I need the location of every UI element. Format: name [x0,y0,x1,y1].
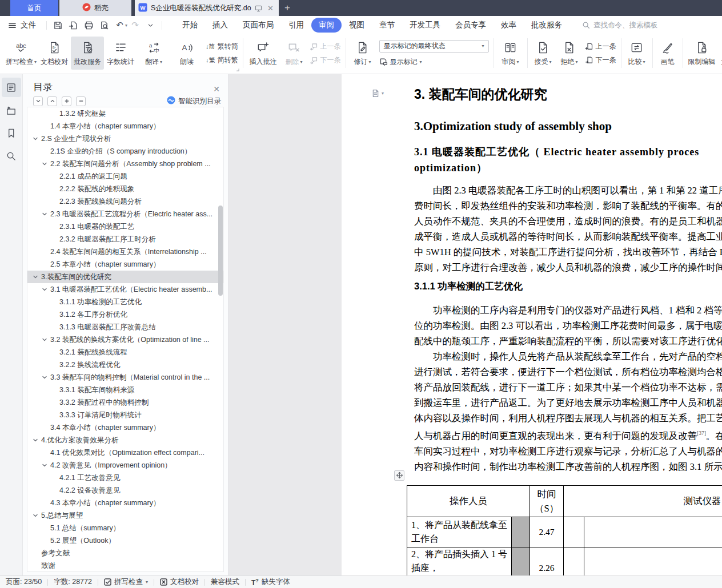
missing-font-button[interactable]: T? 缺失字体 [251,577,290,587]
toc-item[interactable]: 3.2 装配线的换线方案优化（Optimization of line ... [27,333,223,346]
toc-item[interactable]: 1.3.2 研究框架 [27,107,223,120]
toc-item[interactable]: 3.3 装配车间的物料控制（Material control in the ..… [27,371,223,384]
collapse-up-button[interactable] [47,96,57,106]
brush-button[interactable]: 画笔 [655,37,680,70]
bookmark-panel-button[interactable] [2,123,21,143]
export-pdf-button[interactable] [66,18,81,32]
file-menu-button[interactable]: 文件 [5,20,43,30]
statusbar-proofread-button[interactable]: 文档校对 [160,577,199,587]
expand-down-button[interactable] [33,96,43,106]
page-indicator[interactable]: 页面: 23/50 [6,577,42,587]
toc-item[interactable]: 4.3 本章小结（chapter summary） [27,497,223,509]
toc-item[interactable]: 3.2.1 装配线换线流程 [27,346,223,359]
toc-item[interactable]: 4.2.2 设备改善意见 [27,484,223,497]
compare-button[interactable]: 比较▾ [624,37,650,70]
insert-comment-button[interactable]: 插入批注 [246,37,281,70]
redo-button[interactable]: ↷ [127,18,143,32]
menu-tab[interactable]: 效率 [494,18,524,33]
save-button[interactable] [50,18,66,32]
next-change-button[interactable]: 下一条 [585,55,616,65]
new-tab-button[interactable]: + [279,0,296,16]
citation-mark[interactable]: [37] [697,430,706,436]
doc-permission-button[interactable]: 文档权限 [719,37,722,70]
smart-toc-button[interactable]: 智能识别目录 [167,96,221,106]
accept-button[interactable]: 接受▾ [530,37,556,70]
toc-item[interactable]: 3.装配车间的优化研究 [27,271,223,283]
word-count-indicator[interactable]: 字数: 28772 [54,577,92,587]
toc-item[interactable]: 3.2.2 换线流程优化 [27,359,223,371]
menu-tab[interactable]: 章节 [372,18,402,33]
toc-item[interactable]: 2.3.2 电暖器装配工序工时分析 [27,233,223,245]
table-move-handle-icon[interactable] [394,470,404,481]
prev-comment-button[interactable]: 上一条 [310,42,341,51]
statusbar-spellcheck-button[interactable]: 拼写检查▾ [104,577,148,587]
tab-home[interactable]: 首页 [10,0,58,16]
find-panel-button[interactable] [2,146,21,166]
document-page[interactable]: ▾ 3. 装配车间的优化研究 3.Optimization study of a… [342,74,722,575]
menu-tab[interactable]: 开始 [175,18,205,33]
correction-service-button[interactable]: 批改服务 [71,37,104,70]
next-comment-button[interactable]: 下一条 [310,55,341,65]
tab-document[interactable]: W S企业电暖器装配线优化研究.doc ✕ [135,0,279,16]
toc-item[interactable]: 2.2.1 成品的返工问题 [27,170,223,183]
toc-item[interactable]: 4.1 优化效果对比（Optimization effect compari..… [27,446,223,459]
toc-item[interactable]: 5.总结与展望 [27,509,223,522]
toc-item[interactable]: 2.3 电暖器装配工艺流程分析（Electric heater ass... [27,208,223,220]
toc-item[interactable]: 2.2.2 装配线的堆积现象 [27,183,223,195]
toc-item[interactable]: 2.4 装配车间问题的相互关系（Interrelationship ... [27,245,223,258]
menu-tab[interactable]: 会员专享 [448,18,494,33]
close-document-icon[interactable]: ✕ [266,4,275,13]
show-markup-button[interactable]: 显示标记▾ [379,57,489,67]
spellcheck-button[interactable]: abc 拼写检查▾ [5,37,38,70]
simp-to-trad-button[interactable]: ↓繁简转繁 [206,55,238,65]
toc-item[interactable]: 参考文献 [27,547,223,559]
proofread-button[interactable]: a- 文档校对 [38,37,71,70]
toc-item[interactable]: 2.2.3 装配线换线问题分析 [27,195,223,208]
toc-item[interactable]: 3.3.1 装配车间物料来源 [27,384,223,396]
restrict-editing-button[interactable]: 限制编辑 [685,37,719,70]
command-search[interactable]: 查找命令、搜索模板 [582,21,658,30]
menu-tab[interactable]: 页面布局 [235,18,281,33]
toc-item[interactable]: 2.3.1 电暖器的装配工艺 [27,220,223,233]
toc-item[interactable]: 3.3.3 订单清尾时物料统计 [27,409,223,421]
toc-item[interactable]: 2.1S 企业的介绍（S company introduction） [27,145,223,158]
menu-tab[interactable]: 引用 [281,18,311,33]
reject-button[interactable]: 拒绝▾ [556,37,583,70]
menu-tab[interactable]: 批改服务 [524,18,569,33]
track-changes-button[interactable]: 修订▾ [348,37,377,70]
man-machine-chart-table[interactable]: 操作人员 时间（S） 测试仪器 1、将产品从装配线拿至工作台 2.47 2、将产… [407,485,722,576]
expand-all-button[interactable] [62,96,71,106]
collapse-all-button[interactable] [76,96,86,106]
read-aloud-button[interactable]: A 朗读 [170,37,203,70]
close-toc-icon[interactable]: ✕ [213,84,220,94]
toc-item[interactable]: 4.2 改善意见（Improvement opinion） [27,459,223,472]
tab-docer[interactable]: 稻壳 [59,0,131,16]
toc-item[interactable]: 5.2 展望（Outlook） [27,534,223,547]
toc-item[interactable]: 3.1.2 各工序分析优化 [27,308,223,321]
toc-scrollbar-thumb[interactable] [218,206,223,296]
toc-item[interactable]: 3.4 本章小结（chapter summary） [27,421,223,434]
print-button[interactable] [81,18,97,32]
trad-to-simp-button[interactable]: ↓简繁转简 [206,42,238,51]
word-count-button[interactable]: 字数统计 [104,37,137,70]
prev-change-button[interactable]: 上一条 [585,42,616,51]
menu-tab[interactable]: 插入 [205,18,235,33]
markup-state-select[interactable]: 显示标记的最终状态▾ [379,40,489,53]
delete-comment-button[interactable]: 删除▾ [281,37,307,70]
toc-item[interactable]: 2.S 企业生产现状分析 [27,132,223,145]
chapter-nav-button[interactable] [2,100,21,120]
review-pane-button[interactable]: 审阅▾ [496,37,525,70]
toc-item[interactable]: 致谢 [27,559,223,572]
print-preview-button[interactable] [97,18,112,32]
menu-tab[interactable]: 开发工具 [402,18,448,33]
toc-item[interactable]: 1.4 本章小结（chapter summary） [27,120,223,132]
menu-tab[interactable]: 审阅 [311,18,342,33]
dialog-launcher-icon[interactable] [235,67,239,71]
customize-toolbar-icon[interactable] [143,18,158,32]
toc-item[interactable]: 3.1 电暖器装配工艺优化（Electric heater assemb... [27,283,223,296]
toc-item[interactable]: 2.5 本章小结（chapter summary） [27,258,223,271]
toc-item[interactable]: 4.优化方案改善效果分析 [27,434,223,446]
toc-item[interactable]: 3.3.2 装配过程中的物料控制 [27,396,223,409]
toc-item[interactable]: 5.1 总结（summary） [27,522,223,534]
toc-item[interactable]: 4.2.1 工艺改善意见 [27,472,223,484]
